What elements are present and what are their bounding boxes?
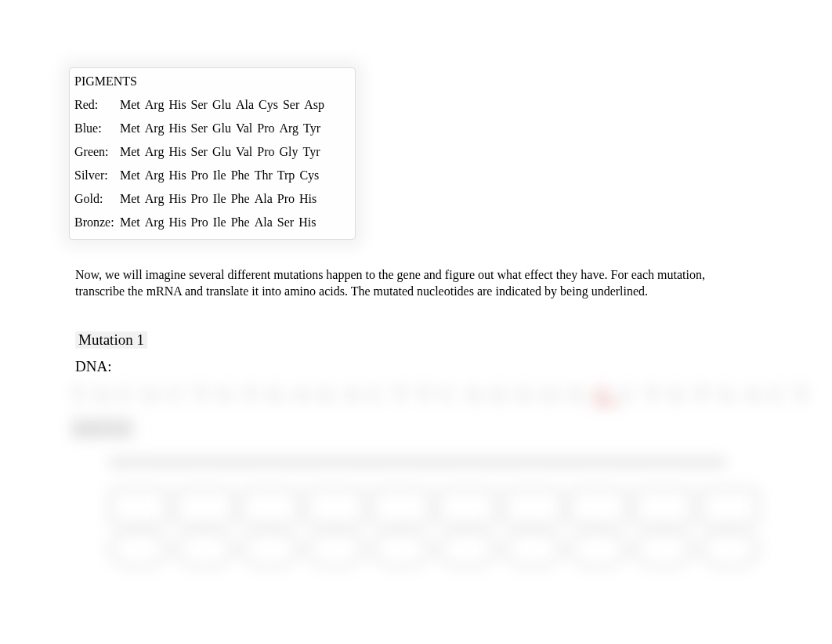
- pigment-label: Gold:: [74, 192, 120, 206]
- pigment-sequence: MetArgHisSerGluAlaCysSerAsp: [120, 98, 350, 112]
- amino-acid-slot: [240, 530, 301, 569]
- pigment-row-green: Green: MetArgHisSerGluValProGlyTyr: [74, 145, 350, 159]
- mutation-heading: Mutation 1: [75, 331, 147, 349]
- dna-sequence: TACGCTGTGAGACTTCAGGGGGCTGTGACT: [71, 381, 760, 407]
- dna-label: DNA:: [75, 358, 111, 375]
- amino-acid-slot: [436, 487, 497, 526]
- amino-acid-slot: [502, 530, 563, 569]
- amino-acid-slot: [174, 487, 235, 526]
- pigment-label: Red:: [74, 98, 120, 112]
- amino-acid-slot: [502, 487, 563, 526]
- pigment-label: Green:: [74, 145, 120, 159]
- amino-acid-slot: [633, 487, 694, 526]
- pigment-row-bronze: Bronze: MetArgHisProIlePheAlaSerHis: [74, 215, 350, 230]
- amino-acid-slot: [699, 530, 760, 569]
- pigment-label: Silver:: [74, 168, 120, 183]
- amino-acid-slot: [305, 487, 366, 526]
- amino-acid-slot: [108, 530, 169, 569]
- amino-acid-slot: [240, 487, 301, 526]
- pigments-panel: PIGMENTS Red: MetArgHisSerGluAlaCysSerAs…: [69, 67, 356, 240]
- amino-acid-slot: [371, 530, 432, 569]
- amino-acid-slot: [108, 487, 169, 526]
- amino-acid-slot: [568, 487, 629, 526]
- mrna-blank-line: [108, 458, 727, 467]
- instruction-text: Now, we will imagine several different m…: [75, 267, 725, 300]
- pigments-title: PIGMENTS: [74, 74, 350, 89]
- pigment-sequence: MetArgHisSerGluValProGlyTyr: [120, 145, 350, 159]
- pigment-row-blue: Blue: MetArgHisSerGluValProArgTyr: [74, 121, 350, 136]
- pigment-sequence: MetArgHisProIlePheAlaProHis: [120, 192, 350, 206]
- pigment-row-gold: Gold: MetArgHisProIlePheAlaProHis: [74, 192, 350, 206]
- amino-acid-slot: [568, 530, 629, 569]
- pigment-sequence: MetArgHisProIlePheThrTrpCys: [120, 168, 350, 183]
- amino-acid-slot: [371, 487, 432, 526]
- amino-acid-row: [108, 487, 760, 526]
- amino-acid-slot: [436, 530, 497, 569]
- pigment-label: Blue:: [74, 121, 120, 136]
- pigment-label: Bronze:: [74, 215, 120, 230]
- pigment-sequence: MetArgHisSerGluValProArgTyr: [120, 121, 350, 136]
- amino-acid-slot: [305, 530, 366, 569]
- amino-acid-slot: [699, 487, 760, 526]
- mrna-label: mRNA:: [71, 418, 134, 439]
- pigment-sequence: MetArgHisProIlePheAlaSerHis: [120, 215, 350, 230]
- pigment-row-silver: Silver: MetArgHisProIlePheThrTrpCys: [74, 168, 350, 183]
- pigment-row-red: Red: MetArgHisSerGluAlaCysSerAsp: [74, 98, 350, 112]
- amino-acid-slot: [633, 530, 694, 569]
- amino-acid-slot: [174, 530, 235, 569]
- amino-acid-row: [108, 530, 760, 569]
- blurred-content: TACGCTGTGAGACTTCAGGGGGCTGTGACT mRNA:: [71, 381, 760, 584]
